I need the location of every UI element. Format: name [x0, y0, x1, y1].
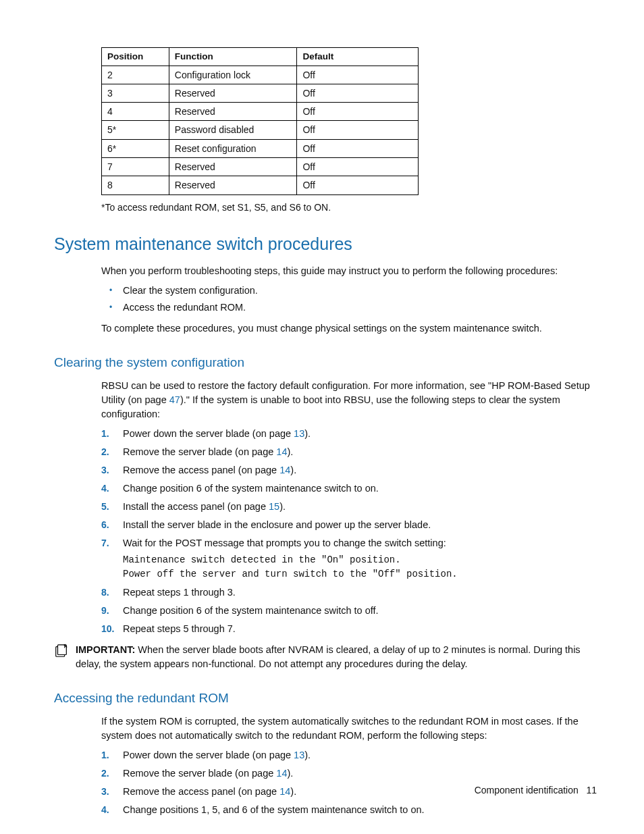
table-cell: Off: [297, 66, 419, 84]
table-cell: Reserved: [169, 103, 297, 121]
table-cell: 7: [102, 158, 169, 176]
step-1: Power down the server blade (on page 13)…: [101, 427, 600, 441]
link-page-13b[interactable]: 13: [294, 750, 304, 760]
table-row: 5*Password disabledOff: [102, 121, 419, 139]
th-function: Function: [169, 48, 297, 66]
rom-step-4: Change positions 1, 5, and 6 of the syst…: [101, 803, 600, 817]
table-cell: Reset configuration: [169, 139, 297, 157]
link-page-14c[interactable]: 14: [276, 768, 287, 779]
switch-table: Position Function Default 2Configuration…: [101, 47, 419, 195]
step-4: Change position 6 of the system maintena…: [101, 481, 600, 496]
table-row: 2Configuration lockOff: [102, 66, 419, 84]
important-text: When the server blade boots after NVRAM …: [76, 644, 581, 669]
heading-sys-maint: System maintenance switch procedures: [54, 232, 600, 256]
link-page-14b[interactable]: 14: [279, 465, 290, 475]
table-row: 6*Reset configurationOff: [102, 139, 419, 157]
step-10: Repeat steps 5 through 7.: [101, 622, 600, 636]
table-cell: Off: [297, 158, 419, 176]
table-cell: Off: [297, 84, 419, 102]
footer-page-number: 11: [586, 785, 597, 796]
page-footer: Component identification 11: [475, 783, 597, 797]
table-footnote: *To access redundant ROM, set S1, S5, an…: [101, 201, 600, 214]
step-9: Change position 6 of the system maintena…: [101, 604, 600, 618]
table-cell: 4: [102, 103, 169, 121]
important-label: IMPORTANT:: [76, 644, 135, 655]
step-6: Install the server blade in the enclosur…: [101, 518, 600, 532]
link-page-47[interactable]: 47: [169, 394, 180, 405]
table-cell: Reserved: [169, 176, 297, 194]
link-page-15[interactable]: 15: [269, 501, 279, 512]
post-message: Maintenance switch detected in the "On" …: [123, 553, 600, 581]
important-icon: [54, 644, 69, 658]
rom-step-1: Power down the server blade (on page 13)…: [101, 748, 600, 762]
step-3: Remove the access panel (on page 14).: [101, 463, 600, 477]
link-page-13a[interactable]: 13: [294, 428, 304, 439]
table-cell: Off: [297, 139, 419, 157]
table-row: 3ReservedOff: [102, 84, 419, 102]
table-cell: Reserved: [169, 158, 297, 176]
th-position: Position: [102, 48, 169, 66]
table-cell: 8: [102, 176, 169, 194]
table-cell: 5*: [102, 121, 169, 139]
table-cell: Reserved: [169, 84, 297, 102]
table-cell: 3: [102, 84, 169, 102]
table-cell: Configuration lock: [169, 66, 297, 84]
footer-section: Component identification: [475, 785, 579, 796]
table-cell: Off: [297, 176, 419, 194]
step-5: Install the access panel (on page 15).: [101, 500, 600, 514]
th-default: Default: [297, 48, 419, 66]
s1-outro: To complete these procedures, you must c…: [101, 321, 600, 336]
table-cell: 6*: [102, 139, 169, 157]
rom-step-2: Remove the server blade (on page 14).: [101, 766, 600, 781]
table-cell: Password disabled: [169, 121, 297, 139]
heading-redundant-rom: Accessing the redundant ROM: [54, 689, 600, 708]
table-cell: Off: [297, 103, 419, 121]
bullet-clear-config: Clear the system configuration.: [101, 284, 600, 298]
s2-intro: RBSU can be used to restore the factory …: [101, 379, 600, 421]
step-7: Wait for the POST message that prompts y…: [101, 536, 600, 581]
table-cell: 2: [102, 66, 169, 84]
bullet-redundant-rom: Access the redundant ROM.: [101, 301, 600, 315]
step-8: Repeat steps 1 through 3.: [101, 585, 600, 600]
table-row: 8ReservedOff: [102, 176, 419, 194]
table-cell: Off: [297, 121, 419, 139]
link-page-14a[interactable]: 14: [276, 446, 287, 457]
step-2: Remove the server blade (on page 14).: [101, 445, 600, 459]
table-row: 4ReservedOff: [102, 103, 419, 121]
s3-intro: If the system ROM is corrupted, the syst…: [101, 714, 600, 743]
s1-intro: When you perform troubleshooting steps, …: [101, 264, 600, 278]
heading-clearing-config: Clearing the system configuration: [54, 353, 600, 372]
link-page-14d[interactable]: 14: [279, 786, 290, 797]
important-callout: IMPORTANT: When the server blade boots a…: [54, 643, 600, 671]
table-row: 7ReservedOff: [102, 158, 419, 176]
